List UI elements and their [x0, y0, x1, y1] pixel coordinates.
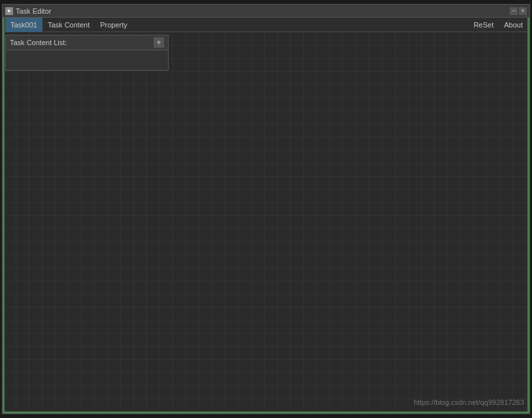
reset-button[interactable]: ReSet [470, 20, 498, 30]
about-button[interactable]: About [500, 20, 527, 30]
minimize-button[interactable]: ─ [510, 7, 518, 15]
content-area: Task Content List: + https://blog.csdn.n… [3, 32, 529, 411]
menu-bar-left: Task001 Task Content Property [5, 18, 470, 32]
menu-item-property[interactable]: Property [95, 18, 133, 32]
title-bar-left: ✦ Task Editor [5, 7, 51, 15]
main-window: ✦ Task Editor ─ ≡ Task001 Task Content P… [2, 4, 530, 414]
add-task-button[interactable]: + [154, 37, 164, 48]
window-icon: ✦ [5, 7, 13, 15]
menu-bar: Task001 Task Content Property ReSet Abou… [3, 18, 529, 32]
bottom-border [3, 411, 529, 413]
watermark: https://blog.csdn.net/qq992817263 [414, 398, 524, 406]
panel-title: Task Content List: [10, 39, 67, 46]
menu-item-task001[interactable]: Task001 [5, 18, 42, 32]
menu-button[interactable]: ≡ [519, 7, 527, 15]
panel-header: Task Content List: + [6, 35, 168, 50]
panel-area: Task Content List: + [3, 32, 529, 73]
menu-item-task-content[interactable]: Task Content [42, 18, 95, 32]
task-content-panel: Task Content List: + [5, 35, 169, 71]
menu-bar-right: ReSet About [470, 20, 527, 30]
window-title: Task Editor [16, 7, 51, 15]
grid-background [3, 32, 529, 411]
title-bar-controls: ─ ≡ [510, 7, 527, 15]
panel-content [6, 50, 168, 70]
title-bar: ✦ Task Editor ─ ≡ [3, 5, 529, 18]
